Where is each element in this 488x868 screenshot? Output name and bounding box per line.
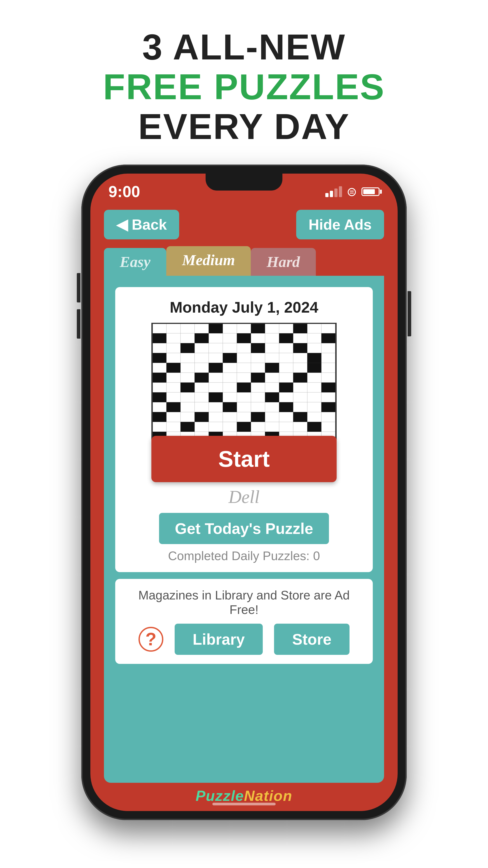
svg-rect-56 — [279, 402, 293, 412]
svg-rect-38 — [307, 353, 321, 363]
bottom-info: Magazines in Library and Store are Ad Fr… — [115, 579, 373, 664]
volume-up-button[interactable] — [77, 273, 80, 303]
svg-rect-61 — [293, 412, 307, 422]
tab-medium[interactable]: Medium — [166, 246, 251, 276]
signal-icon — [325, 186, 342, 197]
headline-line3: EVERY DAY — [103, 107, 385, 147]
svg-rect-44 — [195, 373, 208, 383]
store-button[interactable]: Store — [274, 624, 350, 655]
status-icons: ⊜ — [325, 184, 380, 199]
puzzle-nation-logo: PuzzleNation — [196, 787, 293, 804]
svg-rect-58 — [152, 412, 166, 422]
completed-puzzles-text: Completed Daily Puzzles: 0 — [168, 549, 320, 563]
svg-rect-47 — [181, 382, 195, 393]
tab-easy[interactable]: Easy — [104, 248, 166, 276]
svg-rect-39 — [166, 363, 181, 373]
crossword-grid — [151, 323, 337, 454]
svg-rect-29 — [195, 333, 208, 343]
svg-rect-50 — [321, 382, 335, 393]
top-bar: ◀ Back Hide Ads — [90, 205, 398, 246]
svg-rect-27 — [293, 323, 307, 333]
svg-rect-46 — [293, 373, 307, 383]
bottom-buttons: ? Library Store — [138, 624, 350, 655]
svg-rect-45 — [251, 373, 265, 383]
svg-rect-36 — [152, 353, 166, 363]
main-content: Monday July 1, 2024 — [104, 276, 384, 783]
svg-rect-51 — [152, 393, 166, 402]
svg-rect-64 — [307, 422, 321, 432]
phone-frame: 9:00 ⊜ ◀ Back Hide Ads Easy — [81, 164, 407, 820]
volume-down-button[interactable] — [77, 309, 80, 339]
svg-rect-55 — [223, 402, 237, 412]
svg-rect-62 — [181, 422, 195, 432]
power-button[interactable] — [408, 291, 411, 336]
start-button-wrapper: Start — [151, 436, 337, 482]
get-puzzle-button[interactable]: Get Today's Puzzle — [159, 513, 329, 544]
tabs-area: Easy Medium Hard — [90, 246, 398, 276]
puzzle-card: Monday July 1, 2024 — [115, 287, 373, 572]
home-indicator — [213, 803, 275, 805]
start-button[interactable]: Start — [151, 436, 337, 482]
publisher-label: Dell — [228, 487, 260, 507]
ad-free-text: Magazines in Library and Store are Ad Fr… — [127, 588, 361, 617]
headline-area: 3 ALL-NEW FREE PUZZLES EVERY DAY — [103, 27, 385, 147]
svg-rect-59 — [195, 412, 208, 422]
battery-icon — [361, 187, 380, 196]
svg-rect-37 — [223, 353, 237, 363]
svg-rect-48 — [237, 382, 251, 393]
hide-ads-button[interactable]: Hide Ads — [296, 210, 384, 239]
svg-rect-42 — [307, 363, 321, 373]
status-time: 9:00 — [108, 183, 140, 201]
svg-rect-33 — [181, 343, 195, 353]
svg-rect-43 — [152, 373, 166, 383]
phone-screen: 9:00 ⊜ ◀ Back Hide Ads Easy — [90, 174, 398, 811]
svg-rect-25 — [209, 323, 223, 333]
wifi-icon: ⊜ — [347, 184, 357, 199]
library-button[interactable]: Library — [175, 624, 263, 655]
footer-bar: PuzzleNation — [90, 783, 398, 811]
svg-rect-63 — [237, 422, 251, 432]
svg-rect-32 — [321, 333, 335, 343]
svg-rect-49 — [279, 382, 293, 393]
back-button[interactable]: ◀ Back — [104, 210, 179, 239]
svg-rect-35 — [293, 343, 307, 353]
svg-rect-57 — [321, 402, 335, 412]
svg-rect-41 — [265, 363, 279, 373]
headline-line2: FREE PUZZLES — [103, 67, 385, 107]
notch — [205, 174, 283, 191]
svg-rect-31 — [279, 333, 293, 343]
svg-rect-30 — [237, 333, 251, 343]
svg-rect-34 — [251, 343, 265, 353]
svg-rect-40 — [209, 363, 223, 373]
svg-rect-28 — [152, 333, 166, 343]
svg-rect-26 — [251, 323, 265, 333]
headline-line1: 3 ALL-NEW — [103, 27, 385, 67]
svg-rect-54 — [166, 402, 181, 412]
svg-rect-60 — [251, 412, 265, 422]
puzzle-date: Monday July 1, 2024 — [170, 298, 318, 316]
svg-rect-52 — [209, 393, 223, 402]
tab-hard[interactable]: Hard — [251, 248, 316, 276]
help-icon[interactable]: ? — [138, 627, 163, 652]
svg-rect-53 — [265, 393, 279, 402]
